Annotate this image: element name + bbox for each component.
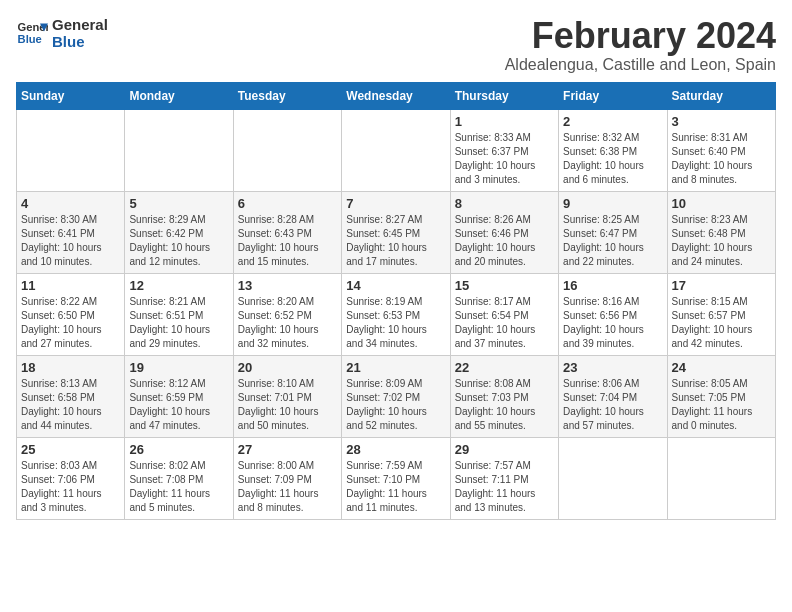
calendar-cell: 3Sunrise: 8:31 AM Sunset: 6:40 PM Daylig…	[667, 109, 775, 191]
calendar-cell: 19Sunrise: 8:12 AM Sunset: 6:59 PM Dayli…	[125, 355, 233, 437]
day-number: 27	[238, 442, 337, 457]
calendar-cell: 15Sunrise: 8:17 AM Sunset: 6:54 PM Dayli…	[450, 273, 558, 355]
day-info: Sunrise: 7:59 AM Sunset: 7:10 PM Dayligh…	[346, 459, 445, 515]
weekday-header-wednesday: Wednesday	[342, 82, 450, 109]
day-info: Sunrise: 8:08 AM Sunset: 7:03 PM Dayligh…	[455, 377, 554, 433]
day-info: Sunrise: 8:22 AM Sunset: 6:50 PM Dayligh…	[21, 295, 120, 351]
logo-blue: Blue	[52, 33, 108, 50]
subtitle: Aldealengua, Castille and Leon, Spain	[505, 56, 776, 74]
weekday-header-row: SundayMondayTuesdayWednesdayThursdayFrid…	[17, 82, 776, 109]
day-info: Sunrise: 8:33 AM Sunset: 6:37 PM Dayligh…	[455, 131, 554, 187]
day-number: 21	[346, 360, 445, 375]
weekday-header-tuesday: Tuesday	[233, 82, 341, 109]
weekday-header-sunday: Sunday	[17, 82, 125, 109]
weekday-header-saturday: Saturday	[667, 82, 775, 109]
calendar-cell	[17, 109, 125, 191]
day-number: 26	[129, 442, 228, 457]
calendar-cell: 2Sunrise: 8:32 AM Sunset: 6:38 PM Daylig…	[559, 109, 667, 191]
day-info: Sunrise: 8:02 AM Sunset: 7:08 PM Dayligh…	[129, 459, 228, 515]
calendar-cell: 13Sunrise: 8:20 AM Sunset: 6:52 PM Dayli…	[233, 273, 341, 355]
weekday-header-thursday: Thursday	[450, 82, 558, 109]
day-number: 9	[563, 196, 662, 211]
day-info: Sunrise: 8:15 AM Sunset: 6:57 PM Dayligh…	[672, 295, 771, 351]
day-info: Sunrise: 8:05 AM Sunset: 7:05 PM Dayligh…	[672, 377, 771, 433]
calendar-cell: 12Sunrise: 8:21 AM Sunset: 6:51 PM Dayli…	[125, 273, 233, 355]
day-info: Sunrise: 8:32 AM Sunset: 6:38 PM Dayligh…	[563, 131, 662, 187]
calendar-cell: 29Sunrise: 7:57 AM Sunset: 7:11 PM Dayli…	[450, 437, 558, 519]
day-info: Sunrise: 8:27 AM Sunset: 6:45 PM Dayligh…	[346, 213, 445, 269]
day-number: 23	[563, 360, 662, 375]
calendar-cell: 27Sunrise: 8:00 AM Sunset: 7:09 PM Dayli…	[233, 437, 341, 519]
calendar-cell: 24Sunrise: 8:05 AM Sunset: 7:05 PM Dayli…	[667, 355, 775, 437]
day-info: Sunrise: 8:10 AM Sunset: 7:01 PM Dayligh…	[238, 377, 337, 433]
day-number: 18	[21, 360, 120, 375]
calendar-week-2: 4Sunrise: 8:30 AM Sunset: 6:41 PM Daylig…	[17, 191, 776, 273]
day-number: 15	[455, 278, 554, 293]
day-info: Sunrise: 8:19 AM Sunset: 6:53 PM Dayligh…	[346, 295, 445, 351]
day-number: 13	[238, 278, 337, 293]
calendar-cell	[125, 109, 233, 191]
calendar-cell: 7Sunrise: 8:27 AM Sunset: 6:45 PM Daylig…	[342, 191, 450, 273]
day-info: Sunrise: 8:28 AM Sunset: 6:43 PM Dayligh…	[238, 213, 337, 269]
weekday-header-friday: Friday	[559, 82, 667, 109]
day-number: 12	[129, 278, 228, 293]
main-title: February 2024	[505, 16, 776, 56]
calendar-cell: 28Sunrise: 7:59 AM Sunset: 7:10 PM Dayli…	[342, 437, 450, 519]
svg-text:Blue: Blue	[18, 33, 42, 45]
calendar-cell: 14Sunrise: 8:19 AM Sunset: 6:53 PM Dayli…	[342, 273, 450, 355]
day-number: 24	[672, 360, 771, 375]
day-info: Sunrise: 8:26 AM Sunset: 6:46 PM Dayligh…	[455, 213, 554, 269]
day-info: Sunrise: 8:12 AM Sunset: 6:59 PM Dayligh…	[129, 377, 228, 433]
day-number: 25	[21, 442, 120, 457]
calendar-cell: 5Sunrise: 8:29 AM Sunset: 6:42 PM Daylig…	[125, 191, 233, 273]
calendar-cell: 26Sunrise: 8:02 AM Sunset: 7:08 PM Dayli…	[125, 437, 233, 519]
day-info: Sunrise: 8:00 AM Sunset: 7:09 PM Dayligh…	[238, 459, 337, 515]
calendar-week-3: 11Sunrise: 8:22 AM Sunset: 6:50 PM Dayli…	[17, 273, 776, 355]
day-info: Sunrise: 8:17 AM Sunset: 6:54 PM Dayligh…	[455, 295, 554, 351]
calendar-cell: 22Sunrise: 8:08 AM Sunset: 7:03 PM Dayli…	[450, 355, 558, 437]
day-info: Sunrise: 8:09 AM Sunset: 7:02 PM Dayligh…	[346, 377, 445, 433]
calendar-cell: 10Sunrise: 8:23 AM Sunset: 6:48 PM Dayli…	[667, 191, 775, 273]
day-number: 28	[346, 442, 445, 457]
day-number: 16	[563, 278, 662, 293]
calendar-cell: 25Sunrise: 8:03 AM Sunset: 7:06 PM Dayli…	[17, 437, 125, 519]
day-number: 14	[346, 278, 445, 293]
calendar-cell: 9Sunrise: 8:25 AM Sunset: 6:47 PM Daylig…	[559, 191, 667, 273]
day-info: Sunrise: 8:13 AM Sunset: 6:58 PM Dayligh…	[21, 377, 120, 433]
day-number: 29	[455, 442, 554, 457]
day-number: 7	[346, 196, 445, 211]
day-number: 20	[238, 360, 337, 375]
calendar-cell: 20Sunrise: 8:10 AM Sunset: 7:01 PM Dayli…	[233, 355, 341, 437]
logo-general: General	[52, 16, 108, 33]
calendar-week-5: 25Sunrise: 8:03 AM Sunset: 7:06 PM Dayli…	[17, 437, 776, 519]
calendar-cell: 23Sunrise: 8:06 AM Sunset: 7:04 PM Dayli…	[559, 355, 667, 437]
calendar-cell	[559, 437, 667, 519]
day-number: 5	[129, 196, 228, 211]
day-info: Sunrise: 8:03 AM Sunset: 7:06 PM Dayligh…	[21, 459, 120, 515]
calendar-week-4: 18Sunrise: 8:13 AM Sunset: 6:58 PM Dayli…	[17, 355, 776, 437]
day-number: 3	[672, 114, 771, 129]
day-info: Sunrise: 8:25 AM Sunset: 6:47 PM Dayligh…	[563, 213, 662, 269]
day-info: Sunrise: 8:06 AM Sunset: 7:04 PM Dayligh…	[563, 377, 662, 433]
calendar-week-1: 1Sunrise: 8:33 AM Sunset: 6:37 PM Daylig…	[17, 109, 776, 191]
day-info: Sunrise: 8:16 AM Sunset: 6:56 PM Dayligh…	[563, 295, 662, 351]
day-number: 17	[672, 278, 771, 293]
calendar-cell: 8Sunrise: 8:26 AM Sunset: 6:46 PM Daylig…	[450, 191, 558, 273]
logo-icon: General Blue	[16, 17, 48, 49]
day-info: Sunrise: 8:29 AM Sunset: 6:42 PM Dayligh…	[129, 213, 228, 269]
day-number: 10	[672, 196, 771, 211]
day-number: 19	[129, 360, 228, 375]
day-info: Sunrise: 8:20 AM Sunset: 6:52 PM Dayligh…	[238, 295, 337, 351]
calendar-cell: 16Sunrise: 8:16 AM Sunset: 6:56 PM Dayli…	[559, 273, 667, 355]
calendar-cell	[667, 437, 775, 519]
calendar-cell: 18Sunrise: 8:13 AM Sunset: 6:58 PM Dayli…	[17, 355, 125, 437]
day-number: 22	[455, 360, 554, 375]
header: General Blue General Blue February 2024 …	[16, 16, 776, 74]
day-number: 11	[21, 278, 120, 293]
logo: General Blue General Blue	[16, 16, 108, 50]
day-info: Sunrise: 8:31 AM Sunset: 6:40 PM Dayligh…	[672, 131, 771, 187]
calendar-cell: 1Sunrise: 8:33 AM Sunset: 6:37 PM Daylig…	[450, 109, 558, 191]
day-info: Sunrise: 8:21 AM Sunset: 6:51 PM Dayligh…	[129, 295, 228, 351]
title-section: February 2024 Aldealengua, Castille and …	[505, 16, 776, 74]
day-number: 4	[21, 196, 120, 211]
